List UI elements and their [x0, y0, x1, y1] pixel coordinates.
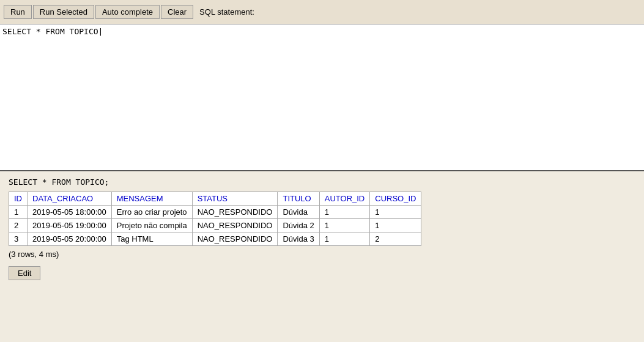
table-cell-r1-c0: 2	[9, 219, 28, 232]
sql-statement-label: SQL statement:	[199, 7, 254, 17]
table-cell-r1-c1: 2019-05-05 19:00:00	[28, 219, 112, 232]
table-cell-r0-c1: 2019-05-05 18:00:00	[28, 206, 112, 219]
table-cell-r2-c5: 1	[319, 232, 370, 246]
table-header-data_criacao: DATA_CRIACAO	[28, 192, 112, 206]
run-button[interactable]: Run	[4, 5, 32, 19]
clear-button[interactable]: Clear	[161, 5, 193, 19]
edit-button[interactable]: Edit	[9, 266, 40, 280]
table-row: 12019-05-05 18:00:00Erro ao criar projet…	[9, 206, 421, 219]
sql-input[interactable]	[2, 27, 642, 168]
table-cell-r2-c6: 2	[370, 232, 421, 246]
run-selected-button[interactable]: Run Selected	[33, 5, 94, 19]
query-echo: SELECT * FROM TOPICO;	[9, 177, 635, 187]
table-cell-r0-c6: 1	[370, 206, 421, 219]
table-cell-r1-c6: 1	[370, 219, 421, 232]
row-count: (3 rows, 4 ms)	[9, 250, 635, 259]
table-row: 32019-05-05 20:00:00Tag HTMLNAO_RESPONDI…	[9, 232, 421, 246]
table-cell-r1-c5: 1	[319, 219, 370, 232]
table-cell-r2-c3: NAO_RESPONDIDO	[192, 232, 278, 246]
table-header-titulo: TITULO	[278, 192, 319, 206]
table-body: 12019-05-05 18:00:00Erro ao criar projet…	[9, 206, 421, 246]
table-header-id: ID	[9, 192, 28, 206]
table-header-autor_id: AUTOR_ID	[319, 192, 370, 206]
table-cell-r2-c2: Tag HTML	[111, 232, 192, 246]
table-header-status: STATUS	[192, 192, 278, 206]
table-cell-r2-c0: 3	[9, 232, 28, 246]
results-area: SELECT * FROM TOPICO; IDDATA_CRIACAOMENS…	[0, 171, 644, 290]
table-cell-r0-c3: NAO_RESPONDIDO	[192, 206, 278, 219]
table-header-row: IDDATA_CRIACAOMENSAGEMSTATUSTITULOAUTOR_…	[9, 192, 421, 206]
table-cell-r1-c2: Projeto não compila	[111, 219, 192, 232]
toolbar: Run Run Selected Auto complete Clear SQL…	[0, 0, 644, 24]
table-cell-r1-c3: NAO_RESPONDIDO	[192, 219, 278, 232]
result-table: IDDATA_CRIACAOMENSAGEMSTATUSTITULOAUTOR_…	[9, 191, 421, 246]
table-header-mensagem: MENSAGEM	[111, 192, 192, 206]
auto-complete-button[interactable]: Auto complete	[95, 5, 160, 19]
editor-area	[0, 24, 644, 171]
table-cell-r0-c0: 1	[9, 206, 28, 219]
table-header-curso_id: CURSO_ID	[370, 192, 421, 206]
table-cell-r0-c5: 1	[319, 206, 370, 219]
table-cell-r2-c1: 2019-05-05 20:00:00	[28, 232, 112, 246]
table-cell-r0-c2: Erro ao criar projeto	[111, 206, 192, 219]
table-cell-r0-c4: Dúvida	[278, 206, 319, 219]
table-cell-r2-c4: Dúvida 3	[278, 232, 319, 246]
table-row: 22019-05-05 19:00:00Projeto não compilaN…	[9, 219, 421, 232]
table-cell-r1-c4: Dúvida 2	[278, 219, 319, 232]
